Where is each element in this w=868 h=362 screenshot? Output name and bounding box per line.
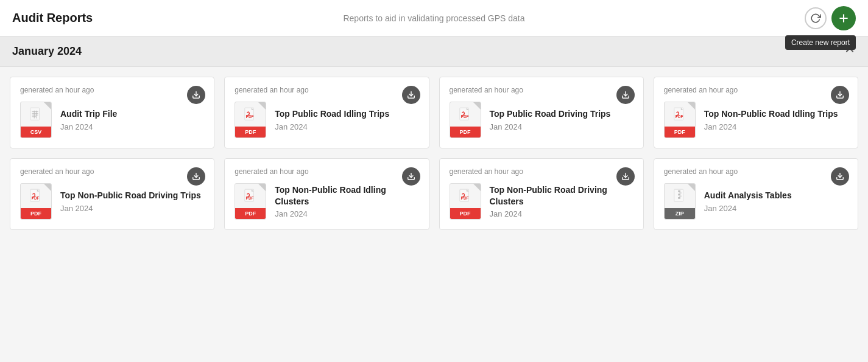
refresh-button[interactable]	[805, 7, 827, 29]
card-title: Top Non-Public Road Driving Trips	[60, 190, 201, 201]
svg-rect-31	[678, 194, 680, 196]
card-title: Top Non-Public Road Idling Clusters	[275, 184, 418, 206]
card-title: Top Non-Public Road Driving Clusters	[490, 184, 633, 206]
card-date: Jan 2024	[490, 209, 633, 218]
card-info: Top Non-Public Road Driving Clusters Jan…	[490, 184, 633, 218]
card-date: Jan 2024	[60, 204, 201, 213]
file-icon: ZIP	[664, 183, 696, 220]
file-icon: PDF PDF	[664, 102, 696, 138]
report-card[interactable]: generated an hour ago PDF PDF	[224, 77, 429, 148]
section-title: January 2024	[12, 45, 82, 58]
svg-rect-33	[679, 192, 682, 194]
report-card[interactable]: generated an hour ago Z	[654, 158, 858, 230]
card-meta: generated an hour ago	[450, 167, 633, 176]
file-badge: PDF	[235, 208, 266, 219]
file-badge: CSV	[21, 127, 51, 137]
cards-grid: generated an hour ago	[0, 67, 868, 230]
report-card[interactable]: generated an hour ago PDF PDF	[654, 77, 858, 148]
svg-rect-34	[679, 195, 682, 197]
card-meta: generated an hour ago	[664, 167, 848, 176]
card-body: ZIP Audit Analysis Tables Jan 2024	[664, 183, 848, 220]
card-body: PDF PDF Top Non-Public Road Driving Clus…	[450, 183, 633, 220]
card-meta: generated an hour ago	[450, 86, 633, 94]
svg-rect-30	[678, 190, 680, 192]
file-badge: PDF	[450, 127, 481, 137]
card-date: Jan 2024	[275, 209, 418, 218]
svg-rect-32	[678, 197, 680, 199]
download-button[interactable]	[616, 167, 635, 186]
card-date: Jan 2024	[704, 122, 838, 131]
card-info: Top Non-Public Road Idling Trips Jan 202…	[704, 108, 838, 131]
card-body: PDF PDF Top Public Road Idling Trips Jan…	[235, 102, 418, 138]
card-meta: generated an hour ago	[20, 86, 204, 94]
report-card[interactable]: generated an hour ago PDF PDF	[10, 158, 214, 230]
page-title: Audit Reports	[12, 11, 93, 25]
card-date: Jan 2024	[490, 122, 611, 131]
card-title: Top Public Road Idling Trips	[275, 108, 389, 119]
download-button[interactable]	[831, 86, 849, 104]
file-icon: PDF PDF	[235, 102, 266, 138]
card-info: Audit Analysis Tables Jan 2024	[704, 190, 792, 212]
card-info: Top Public Road Idling Trips Jan 2024	[275, 108, 389, 131]
file-badge: PDF	[450, 208, 481, 219]
file-badge: PDF	[665, 127, 695, 137]
card-info: Audit Trip File Jan 2024	[60, 108, 117, 131]
create-report-tooltip: Create new report	[785, 35, 856, 50]
card-body: PDF PDF Top Public Road Driving Trips Ja…	[450, 102, 633, 138]
section-header: January 2024	[0, 37, 868, 67]
download-button[interactable]	[402, 86, 420, 104]
svg-rect-3	[30, 108, 40, 120]
header-subtitle: Reports to aid in validating processed G…	[343, 13, 524, 23]
file-icon: PDF PDF	[235, 183, 266, 220]
file-badge: PDF	[235, 127, 266, 137]
file-badge: PDF	[21, 208, 51, 219]
file-icon: PDF PDF	[20, 183, 52, 220]
download-button[interactable]	[616, 86, 635, 104]
header-actions: Create new report	[805, 6, 856, 30]
file-badge: ZIP	[665, 208, 695, 219]
add-report-button[interactable]	[831, 6, 856, 30]
download-button[interactable]	[402, 167, 420, 186]
header: Audit Reports Reports to aid in validati…	[0, 0, 868, 37]
card-body: PDF PDF Top Non-Public Road Idling Trips…	[664, 102, 848, 138]
card-info: Top Public Road Driving Trips Jan 2024	[490, 108, 611, 131]
report-card[interactable]: generated an hour ago PDF PDF	[224, 158, 429, 230]
bottom-section	[0, 230, 868, 315]
card-info: Top Non-Public Road Idling Clusters Jan …	[275, 184, 418, 218]
report-card[interactable]: generated an hour ago PDF PDF	[439, 158, 644, 230]
card-meta: generated an hour ago	[235, 167, 418, 176]
card-meta: generated an hour ago	[235, 86, 418, 94]
card-title: Audit Analysis Tables	[704, 190, 792, 201]
card-date: Jan 2024	[60, 122, 117, 131]
card-meta: generated an hour ago	[664, 86, 848, 94]
file-icon: PDF PDF	[450, 102, 481, 138]
card-title: Audit Trip File	[60, 108, 117, 119]
download-button[interactable]	[831, 167, 849, 186]
report-card[interactable]: generated an hour ago	[10, 77, 214, 148]
file-icon: CSV	[20, 102, 52, 138]
card-date: Jan 2024	[704, 204, 792, 213]
card-body: CSV Audit Trip File Jan 2024	[20, 102, 204, 138]
card-body: PDF PDF Top Non-Public Road Idling Clust…	[235, 183, 418, 220]
card-body: PDF PDF Top Non-Public Road Driving Trip…	[20, 183, 204, 220]
card-title: Top Public Road Driving Trips	[490, 108, 611, 119]
card-info: Top Non-Public Road Driving Trips Jan 20…	[60, 190, 201, 212]
card-date: Jan 2024	[275, 122, 389, 131]
card-title: Top Non-Public Road Idling Trips	[704, 108, 838, 119]
card-meta: generated an hour ago	[20, 167, 204, 176]
file-icon: PDF PDF	[450, 183, 481, 220]
report-card[interactable]: generated an hour ago PDF PDF	[439, 77, 644, 148]
